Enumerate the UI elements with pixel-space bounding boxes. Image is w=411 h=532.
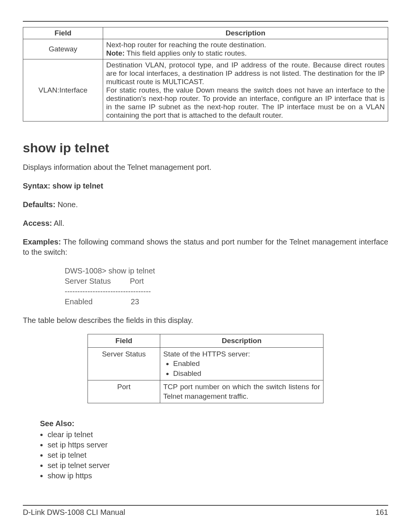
body: Displays information about the Telnet ma… (23, 162, 388, 481)
table2-row0-bullet0: Enabled (173, 359, 320, 369)
table1-row1-desc-p2: For static routes, the value Down means … (106, 86, 385, 119)
table1-row1-field: VLAN:Interface (23, 59, 103, 121)
table1-row0-field: Gateway (23, 39, 103, 59)
footer-page-number: 161 (376, 508, 388, 517)
examples-label: Examples: (23, 238, 61, 246)
see-also-label: See Also: (40, 419, 388, 429)
table2-row1-desc: TCP port number on which the switch list… (160, 380, 323, 403)
table2-row1-field: Port (88, 380, 160, 403)
cli-output: DWS-1008> show ip telnet Server Status P… (65, 266, 388, 307)
table2-header-field: Field (88, 334, 160, 348)
table-desc-intro: The table below describes the fields in … (23, 315, 388, 326)
examples-line: Examples: The following command shows th… (23, 237, 388, 257)
see-also-item: set ip https server (48, 440, 388, 450)
command-heading: show ip telnet (23, 141, 388, 155)
footer: D-Link DWS-1008 CLI Manual 161 (23, 505, 388, 517)
table2-row0-desc: State of the HTTPS server: Enabled Disab… (160, 347, 323, 380)
syntax-line: Syntax: show ip telnet (23, 181, 388, 191)
table1-header-field: Field (23, 27, 103, 39)
intro-paragraph: Displays information about the Telnet ma… (23, 162, 388, 173)
defaults-label: Defaults: (23, 200, 56, 209)
table2-row0-bullet1: Disabled (173, 369, 320, 379)
see-also-block: See Also: clear ip telnet set ip https s… (40, 419, 388, 481)
table-row: Port TCP port number on which the switch… (88, 380, 323, 403)
table1-row0-desc: Next-hop router for reaching the route d… (103, 39, 388, 59)
see-also-item: set ip telnet (48, 450, 388, 460)
footer-manual-title: D-Link DWS-1008 CLI Manual (23, 508, 125, 517)
table2-row0-desc-line: State of the HTTPS server: (163, 350, 250, 358)
access-value: All. (52, 219, 64, 227)
access-line: Access: All. (23, 218, 388, 228)
table-row: Gateway Next-hop router for reaching the… (23, 39, 388, 59)
page: Field Description Gateway Next-hop route… (0, 0, 411, 532)
top-rule (23, 21, 388, 22)
examples-text: The following command shows the status a… (23, 238, 388, 256)
table1-row0-note-label: Note: (106, 49, 125, 57)
access-label: Access: (23, 219, 52, 227)
table1-row1-desc-p1: Destination VLAN, protocol type, and IP … (106, 61, 385, 86)
table2-row0-field: Server Status (88, 347, 160, 380)
table1-row1-desc: Destination VLAN, protocol type, and IP … (103, 59, 388, 121)
table1-row0-note-text: This field applies only to static routes… (125, 49, 247, 57)
see-also-list: clear ip telnet set ip https server set … (40, 430, 388, 481)
fields-table-1: Field Description Gateway Next-hop route… (23, 27, 388, 121)
see-also-item: clear ip telnet (48, 430, 388, 440)
table-row: VLAN:Interface Destination VLAN, protoco… (23, 59, 388, 121)
table1-header-description: Description (103, 27, 388, 39)
table-row: Server Status State of the HTTPS server:… (88, 347, 323, 380)
see-also-item: set ip telnet server (48, 460, 388, 471)
see-also-item: show ip https (48, 471, 388, 481)
defaults-line: Defaults: None. (23, 200, 388, 210)
fields-table-2: Field Description Server Status State of… (88, 334, 323, 403)
table1-row0-desc-line1: Next-hop router for reaching the route d… (106, 41, 266, 49)
defaults-value: None. (56, 200, 78, 209)
table2-header-description: Description (160, 334, 323, 348)
footer-rule (23, 505, 388, 506)
